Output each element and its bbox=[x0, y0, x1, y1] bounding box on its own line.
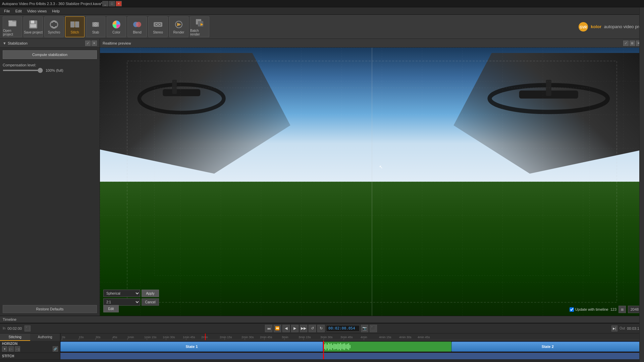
ratio-select[interactable]: 2:1 16:9 4:3 bbox=[103, 298, 140, 306]
svg-text:4min 15s: 4min 15s bbox=[379, 336, 391, 339]
svg-rect-7 bbox=[70, 21, 74, 27]
menu-help[interactable]: Help bbox=[49, 8, 62, 14]
wave-bar bbox=[325, 343, 326, 350]
timeline-transport: In 00:02:00 ⬛ ⏮ ⏪ ◀ ▶ ▶▶ ↺ ↻ 00:02:00.05… bbox=[0, 323, 644, 334]
save-project-button[interactable]: Save project bbox=[23, 16, 43, 37]
brand-autopano: autopano video pro bbox=[604, 24, 641, 29]
edit-button[interactable]: Edit bbox=[103, 305, 119, 312]
ruler-svg: 0s 15s 30s 45s 1min 1min 15s 1min 30s 1m… bbox=[60, 334, 644, 341]
timeline-section: In 00:02:00 ⬛ ⏮ ⏪ ◀ ▶ ▶▶ ↺ ↻ 00:02:00.05… bbox=[0, 323, 644, 362]
svg-point-15 bbox=[95, 24, 96, 25]
maximize-button[interactable]: □ bbox=[109, 1, 115, 6]
close-button[interactable]: ✕ bbox=[116, 1, 122, 6]
tab-stitching[interactable]: Stitching bbox=[0, 334, 30, 341]
svg-text:GVR: GVR bbox=[580, 25, 587, 29]
horizon-track-label: HORIZON ▼ [→ ←] 🔗 bbox=[0, 341, 60, 353]
wave-bar bbox=[350, 345, 351, 349]
wave-bar bbox=[333, 344, 334, 350]
drone-detail-left bbox=[127, 61, 236, 155]
svg-text:1min: 1min bbox=[127, 336, 134, 339]
preview-title: Realtime preview bbox=[103, 41, 131, 45]
go-to-start-button[interactable]: ⏮ bbox=[265, 325, 272, 332]
stitch-label: Stitch bbox=[70, 31, 79, 34]
timeline-tabs-container: Stitching Authoring bbox=[0, 334, 60, 341]
apply-button[interactable]: Apply bbox=[142, 290, 159, 297]
compute-stabilization-button[interactable]: Compute stabilization bbox=[3, 50, 97, 59]
play-backward-button[interactable]: ◀ bbox=[282, 325, 290, 332]
horizon-collapse-button[interactable]: ▼ bbox=[2, 346, 7, 352]
svg-rect-4 bbox=[31, 20, 34, 23]
render-button[interactable]: Render bbox=[169, 16, 189, 37]
update-timeline-row: Update with timeline bbox=[570, 307, 608, 312]
update-timeline-checkbox[interactable] bbox=[570, 307, 574, 312]
horizon-clip-out-button[interactable]: ←] bbox=[15, 346, 20, 352]
clip-state2-label: State 2 bbox=[542, 345, 554, 349]
titlebar: Autopano Video Pro 64bits 2.3.3 - 360 St… bbox=[0, 0, 644, 7]
panel-collapse-icon[interactable]: ▼ bbox=[3, 41, 6, 45]
grid-view-button[interactable]: ⊞ bbox=[619, 306, 626, 313]
synchro-button[interactable]: Synchro bbox=[44, 16, 64, 37]
restore-defaults-button[interactable]: Restore Defaults bbox=[3, 305, 97, 313]
preview-float-button[interactable]: ⊞ bbox=[630, 41, 635, 46]
horizon-label-content: HORIZON ▼ [→ ←] 🔗 bbox=[2, 342, 58, 352]
timeline-scrollbar[interactable] bbox=[639, 7, 644, 362]
out-label: Out bbox=[620, 326, 625, 330]
panel-expand-button[interactable]: ⤢ bbox=[85, 41, 91, 46]
main-layout: ▼ Stabilization ⤢ ✕ Compute stabilizatio… bbox=[0, 39, 644, 316]
out-point-button[interactable]: ▶| bbox=[611, 325, 618, 331]
drone-detail-right bbox=[481, 61, 617, 168]
tab-authoring[interactable]: Authoring bbox=[30, 334, 60, 341]
titlebar-controls[interactable]: _ □ ✕ bbox=[102, 1, 122, 6]
menu-video-views[interactable]: Video views bbox=[24, 8, 50, 14]
minimize-button[interactable]: _ bbox=[102, 1, 108, 6]
batch-render-button[interactable]: Batch render bbox=[190, 16, 209, 37]
horizon-clip-in-button[interactable]: [→ bbox=[8, 346, 14, 352]
in-point-button[interactable]: ⬛ bbox=[24, 325, 31, 331]
panel-close-button[interactable]: ✕ bbox=[92, 41, 97, 46]
clip-state1[interactable]: State 1 bbox=[60, 342, 323, 352]
in-time: 00:02:00 bbox=[7, 326, 22, 330]
svg-text:2min 30s: 2min 30s bbox=[241, 336, 254, 339]
stitch-track: STITCH bbox=[0, 353, 644, 360]
timeline-content: Stitching Authoring 0s 15s 30s 45s bbox=[0, 334, 644, 362]
preview-expand-button[interactable]: ⤢ bbox=[623, 41, 629, 46]
wave-bar bbox=[324, 344, 325, 349]
compensation-value: 100% (full) bbox=[46, 68, 63, 72]
loop-btn2[interactable]: ↻ bbox=[317, 325, 325, 332]
svg-text:1min 30s: 1min 30s bbox=[163, 336, 175, 339]
panel-title: Stabilization bbox=[8, 41, 28, 45]
stitch-button[interactable]: Stitch bbox=[65, 16, 85, 37]
blend-button[interactable]: Blend bbox=[127, 16, 147, 37]
play-forward-button[interactable]: ▶▶ bbox=[300, 325, 307, 332]
svg-text:4min 45s: 4min 45s bbox=[418, 336, 430, 339]
step-back-button[interactable]: ⏪ bbox=[274, 325, 281, 332]
stereo-button[interactable]: Stereo bbox=[148, 16, 168, 37]
play-button[interactable]: ▶ bbox=[291, 325, 299, 332]
stitch-label-text: STITCH bbox=[2, 354, 14, 358]
left-panel-body: Compute stabilization Compensation level… bbox=[0, 48, 100, 316]
menu-edit[interactable]: Edit bbox=[13, 8, 24, 14]
clip-state2[interactable]: State 2 bbox=[451, 342, 644, 352]
clip-audio[interactable] bbox=[323, 342, 451, 352]
compensation-slider[interactable] bbox=[3, 70, 43, 71]
projection-select[interactable]: Spherical Cylindrical Flat bbox=[103, 290, 140, 297]
brand-logo: GVR kolor autopano video pro bbox=[578, 21, 641, 32]
horizon-link-button[interactable]: 🔗 bbox=[53, 346, 58, 352]
brand-icon: GVR bbox=[578, 21, 589, 32]
snap-button[interactable]: 📷 bbox=[361, 325, 368, 332]
mark-button[interactable]: ⬛ bbox=[370, 325, 377, 332]
svg-text:3min 15s: 3min 15s bbox=[299, 336, 311, 339]
loop-button[interactable]: ↺ bbox=[309, 325, 316, 332]
menu-file[interactable]: File bbox=[1, 8, 13, 14]
svg-point-6 bbox=[50, 21, 58, 28]
projection-row: Spherical Cylindrical Flat Apply bbox=[103, 290, 159, 297]
cancel-button[interactable]: Cancel bbox=[142, 298, 159, 306]
menubar: File Edit Video views Help bbox=[0, 7, 644, 15]
svg-text:45s: 45s bbox=[112, 336, 117, 339]
horizon-track: HORIZON ▼ [→ ←] 🔗 State 1 bbox=[0, 341, 644, 353]
batch-render-label: Batch render bbox=[190, 29, 209, 36]
stab-button[interactable]: Stab bbox=[86, 16, 105, 37]
open-project-button[interactable]: Open project bbox=[3, 16, 22, 37]
save-project-icon bbox=[28, 19, 39, 30]
color-button[interactable]: Color bbox=[107, 16, 126, 37]
